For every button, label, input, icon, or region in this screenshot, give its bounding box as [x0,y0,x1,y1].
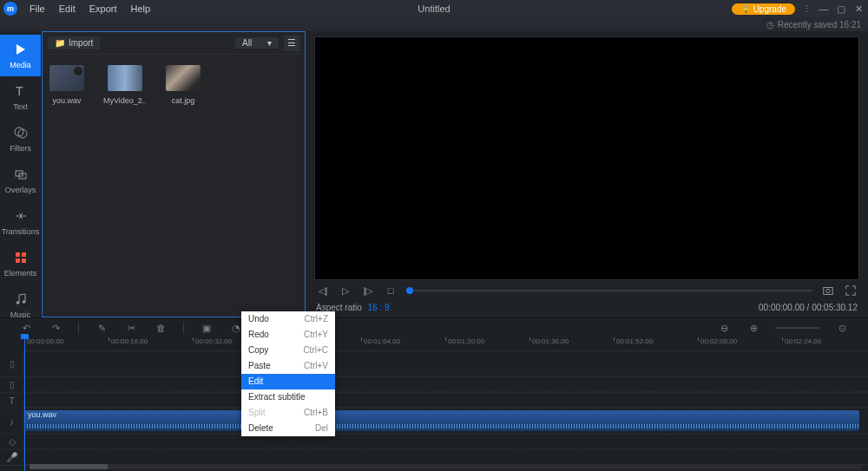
list-view-button[interactable]: ☰ [284,36,299,51]
next-frame-button[interactable]: |▷ [361,284,375,298]
ctx-undo[interactable]: UndoCtrl+Z [241,311,335,327]
play-button[interactable]: ▷ [339,284,352,298]
track-video-2[interactable]: ▯ [0,377,868,393]
overlay-icon: ◇ [0,435,24,449]
redo-button[interactable]: ↷ [49,321,62,335]
zoom-in-button[interactable]: ⊕ [746,321,760,335]
close-button[interactable]: ✕ [852,3,865,15]
delete-button[interactable]: 🗑 [154,321,168,335]
playhead[interactable] [24,337,25,471]
svg-marker-0 [16,44,25,55]
timeline-ruler[interactable]: 00:00:00.0000:00:16.0000:00:32.0000:00:4… [24,337,868,351]
import-button[interactable]: 📁 Import [48,36,100,49]
menu-edit[interactable]: Edit [52,2,82,16]
minimize-button[interactable]: — [818,3,830,14]
video-thumb [108,65,142,91]
menu-help[interactable]: Help [124,2,158,16]
svg-point-3 [18,129,27,138]
horizontal-scrollbar[interactable] [30,464,861,469]
nav-transitions[interactable]: Transitions [0,201,41,243]
track-head-icon: ▯ [0,377,24,392]
app-logo: m [3,2,17,16]
crop-button[interactable]: ▣ [200,321,214,335]
ruler-tick: 00:01:36.00 [529,337,569,341]
clip-label: you.wav [28,410,56,419]
stop-button[interactable]: □ [384,284,398,298]
media-panel: 📁 Import All ▾ ☰ you.wav MyVideo_2... [42,31,306,317]
scrollbar-thumb[interactable] [30,464,108,469]
prev-frame-button[interactable]: ◁| [316,284,330,298]
progress-handle[interactable] [406,287,413,294]
ruler-tick: 00:00:16.00 [108,337,148,341]
filters-icon [13,125,29,141]
audio-clip[interactable]: you.wav [24,410,859,431]
track-head-icon: ▯ [0,351,24,376]
media-item[interactable]: you.wav [49,65,84,105]
media-item[interactable]: MyVideo_2... [103,65,147,105]
ruler-tick: 00:00:00.00 [24,337,63,341]
ctx-split: SplitCtrl+B [241,405,335,421]
list-icon: ☰ [287,37,296,49]
track-text[interactable]: T [0,393,868,409]
track-overlay[interactable]: ◇ [0,435,868,450]
menu-file[interactable]: File [23,2,52,16]
nav-filters[interactable]: Filters [0,118,41,160]
text-icon: T [13,83,29,99]
edit-tool-button[interactable]: ✎ [95,321,108,335]
preview-viewport[interactable] [314,36,859,280]
snapshot-button[interactable] [821,284,835,298]
menu-export[interactable]: Export [82,2,124,16]
image-thumb [166,65,201,91]
media-item-label: MyVideo_2... [103,96,147,105]
kebab-icon[interactable]: ⋮ [800,3,812,15]
zoom-out-button[interactable]: ⊖ [717,321,731,335]
track-audio[interactable]: ♪ you.wav [0,409,868,435]
ruler-tick: 00:02:08.00 [698,337,737,341]
ctx-delete[interactable]: DeleteDel [241,421,335,436]
status-bar: ◷ Recently saved 16:21 [0,17,868,31]
nav-overlays[interactable]: Overlays [0,160,41,201]
svg-text:T: T [16,84,23,98]
nav-elements[interactable]: Elements [0,243,41,285]
progress-bar[interactable] [406,290,812,291]
ruler-tick: 00:01:20.00 [445,337,484,341]
svg-rect-6 [16,252,20,257]
media-grid: you.wav MyVideo_2... cat.jpg [43,55,305,115]
media-item[interactable]: cat.jpg [166,65,201,105]
lock-icon: 🔒 [740,4,751,14]
folder-icon: 📁 [55,38,65,48]
music-icon: ♪ [0,409,24,434]
nav-media[interactable]: Media [0,35,41,76]
track-video-1[interactable]: ▯ [0,351,868,377]
mic-icon: 🎤 [0,450,24,465]
upgrade-button[interactable]: 🔒 Upgrade [732,3,795,15]
undo-button[interactable]: ↶ [19,321,33,335]
ctx-copy[interactable]: CopyCtrl+C [241,343,335,358]
overlays-icon [13,167,29,182]
ruler-tick: 00:01:04.00 [361,337,400,341]
ruler-tick: 00:00:32.00 [193,337,232,341]
zoom-slider[interactable] [776,327,819,329]
maximize-button[interactable]: ▢ [835,3,847,15]
svg-rect-7 [22,252,26,257]
audio-thumb [49,65,84,91]
fullscreen-button[interactable] [844,284,858,298]
filter-dropdown[interactable]: All ▾ [235,37,279,49]
clock-icon: ◷ [766,20,774,29]
split-button[interactable]: ✂ [124,321,138,335]
svg-point-13 [826,289,830,292]
document-title: Untitled [418,3,450,14]
svg-rect-8 [16,258,20,263]
saved-label: Recently saved 16:21 [778,20,861,29]
ctx-redo[interactable]: RedoCtrl+Y [241,327,335,343]
media-item-label: cat.jpg [172,96,195,105]
aspect-ratio-value[interactable]: 16 : 9 [368,303,390,312]
ctx-edit[interactable]: Edit [241,374,335,389]
preview-panel: ◁| ▷ |▷ □ Aspect ratio 16 : 9 00:00:00.0… [306,31,868,317]
nav-text[interactable]: T Text [0,76,41,118]
zoom-fit-button[interactable]: ⊙ [835,321,849,335]
svg-rect-9 [22,258,26,263]
ruler-tick: 00:01:52.00 [614,337,653,341]
ctx-paste[interactable]: PasteCtrl+V [241,358,335,374]
ctx-extract-subtitle[interactable]: Extract subtitle [241,389,335,405]
